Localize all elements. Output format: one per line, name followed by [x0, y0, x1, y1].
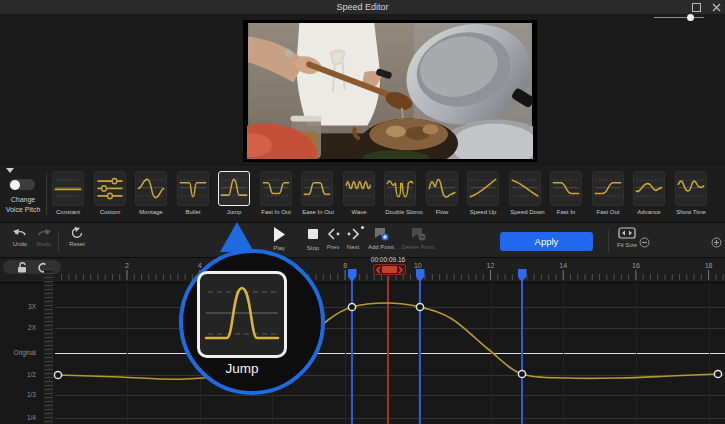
magnifier-pointer-icon: [220, 221, 254, 253]
preset-label: Fast Out: [593, 208, 622, 214]
keyframe-marker-line[interactable]: [419, 281, 421, 424]
preset-label: Speed Up: [468, 208, 497, 214]
zoom-slider-track[interactable]: [654, 17, 704, 18]
playhead-center: [382, 266, 397, 273]
play-label: Play: [265, 244, 293, 250]
preset-speed-up[interactable]: Speed Up: [467, 171, 499, 215]
ruler-number: 10: [414, 262, 422, 269]
apply-button[interactable]: Apply: [500, 232, 593, 251]
playhead-line[interactable]: [387, 276, 389, 424]
keyframe-point[interactable]: [348, 303, 355, 310]
keyframe-point[interactable]: [714, 370, 721, 377]
preset-label: Flow: [427, 208, 456, 214]
zoom-in-icon: [711, 237, 722, 248]
preset-fast-in[interactable]: Fast In: [550, 171, 582, 215]
ruler-number: 16: [632, 262, 640, 269]
redo-label: Redo: [30, 240, 58, 246]
ruler-number: 14: [559, 262, 567, 269]
preset-wave[interactable]: Wave: [343, 171, 375, 215]
keyframe-point[interactable]: [54, 371, 61, 378]
divider: [58, 230, 59, 252]
video-frame-art: [247, 23, 533, 159]
add-point-button[interactable]: Add Point: [363, 227, 399, 250]
play-icon: [272, 227, 286, 242]
preset-label: Jump: [219, 208, 248, 214]
y-axis-ruler: [44, 269, 53, 424]
preset-fast-out[interactable]: Fast Out: [592, 171, 624, 215]
title-bar: Speed Editor: [0, 0, 725, 15]
close-button[interactable]: [710, 1, 722, 13]
maximize-button[interactable]: [690, 1, 702, 13]
delete-point-label: Delete Point: [400, 243, 437, 249]
preset-custom[interactable]: Custom: [94, 171, 126, 215]
preset-label: Ease In Out: [302, 208, 331, 214]
toggle-knob: [10, 180, 20, 190]
delete-point-icon: [411, 227, 426, 241]
preset-curve-icon: [510, 172, 540, 205]
play-button[interactable]: Play: [264, 227, 294, 251]
preset-list: ConstantCustomMontageBulletJumpFast In O…: [52, 171, 707, 215]
fit-size-label: Fit Size: [613, 241, 641, 247]
preset-curve-icon: [261, 172, 291, 205]
zoom-out-button[interactable]: [639, 234, 650, 252]
preset-advance[interactable]: Advance: [633, 171, 665, 215]
preset-ease-in-out[interactable]: Ease In Out: [301, 171, 333, 215]
preset-curve-icon: [302, 172, 332, 205]
fit-size-button[interactable]: Fit Size: [612, 227, 642, 248]
playhead-time: 00:00:09.16: [355, 256, 421, 263]
speed-graph[interactable]: 3X2XOriginal1/21/31/4: [0, 283, 725, 424]
magnified-jump-curve: [200, 274, 284, 355]
redo-button[interactable]: Redo: [29, 227, 59, 247]
timeline-ruler[interactable]: 24681012141618 00:00:09.16: [0, 258, 725, 283]
playhead-right-arrow-icon[interactable]: [398, 266, 403, 274]
playhead-handle[interactable]: [373, 264, 406, 275]
voice-pitch-toggle[interactable]: [9, 179, 35, 190]
preset-curve-icon: [385, 172, 415, 205]
add-point-label: Add Point: [364, 243, 397, 249]
divider: [46, 173, 47, 215]
keyframe-point[interactable]: [416, 303, 423, 310]
preset-double-slomo[interactable]: Double Slomo: [384, 171, 416, 215]
preset-label: Wave: [344, 208, 373, 214]
preset-label: Show Time: [676, 208, 705, 214]
voice-pitch-label: ChangeVoice Pitch: [0, 195, 46, 215]
preset-flow[interactable]: Flow: [426, 171, 458, 215]
preset-curve-icon: [53, 172, 83, 205]
maximize-icon: [692, 3, 701, 12]
preset-label: Montage: [136, 208, 165, 214]
zoom-in-button[interactable]: [711, 234, 722, 252]
reset-button[interactable]: Reset: [62, 227, 92, 247]
divider: [608, 230, 609, 252]
preset-curve-icon: [468, 172, 498, 205]
preset-label: Bullet: [178, 208, 207, 214]
collapse-arrow-icon[interactable]: [6, 168, 14, 173]
reset-label: Reset: [63, 240, 91, 246]
preset-bullet[interactable]: Bullet: [177, 171, 209, 215]
y-axis-label: 3X: [0, 303, 36, 310]
y-axis-label: 1/3: [0, 391, 36, 398]
keyframe-marker-line[interactable]: [521, 281, 523, 424]
preset-label: Double Slomo: [385, 208, 414, 214]
playhead-left-arrow-icon[interactable]: [376, 266, 381, 274]
y-axis-labels: 3X2XOriginal1/21/31/4: [0, 283, 38, 424]
preset-constant[interactable]: Constant: [52, 171, 84, 215]
y-axis-label: 2X: [0, 324, 36, 331]
keyframe-point[interactable]: [518, 370, 525, 377]
preset-curve-icon: [136, 172, 166, 205]
preset-fast-in-out[interactable]: Fast In Out: [260, 171, 292, 215]
preset-show-time[interactable]: Show Time: [675, 171, 707, 215]
preset-row: ChangeVoice Pitch ConstantCustomMontageB…: [0, 164, 725, 223]
undo-icon: [13, 227, 27, 238]
preset-jump[interactable]: Jump: [218, 171, 250, 215]
delete-point-button[interactable]: Delete Point: [398, 227, 438, 250]
add-point-icon: [374, 227, 389, 241]
zoom-out-icon: [639, 237, 650, 248]
preset-curve-icon: [593, 172, 623, 205]
keyframe-marker-line[interactable]: [351, 281, 353, 424]
window-title: Speed Editor: [0, 2, 725, 12]
redo-icon: [37, 227, 51, 238]
preset-montage[interactable]: Montage: [135, 171, 167, 215]
preset-speed-down[interactable]: Speed Down: [509, 171, 541, 215]
ruler-number: 18: [705, 262, 713, 269]
zoom-slider-knob[interactable]: [687, 14, 694, 21]
